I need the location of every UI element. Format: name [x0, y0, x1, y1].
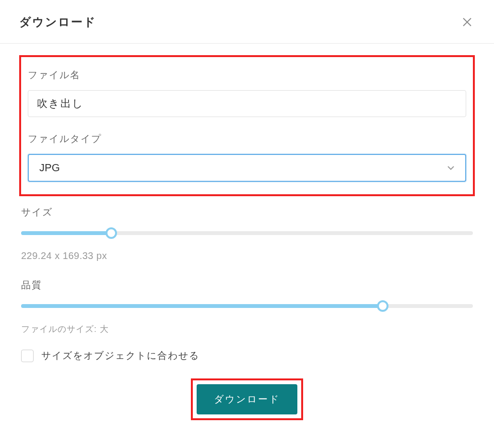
filetype-selected-value: JPG	[39, 162, 60, 174]
download-button[interactable]: ダウンロード	[197, 384, 297, 414]
size-section: サイズ 229.24 x 169.33 px	[19, 206, 475, 261]
file-size-text: ファイルのサイズ: 大	[21, 323, 473, 335]
modal-body: ファイル名 ファイルタイプ JPG サイズ 229.24 x 169.33 px	[0, 44, 494, 439]
chevron-down-icon	[447, 165, 455, 170]
filename-input[interactable]	[28, 90, 466, 117]
download-button-highlight: ダウンロード	[191, 378, 303, 420]
modal-header: ダウンロード	[0, 0, 494, 44]
close-button[interactable]	[459, 14, 475, 30]
filename-label: ファイル名	[28, 69, 466, 82]
quality-slider[interactable]	[21, 300, 473, 312]
filetype-label: ファイルタイプ	[28, 132, 466, 145]
quality-label: 品質	[21, 279, 473, 292]
filetype-select[interactable]: JPG	[28, 154, 466, 182]
fit-to-object-label: サイズをオブジェクトに合わせる	[41, 349, 200, 362]
filetype-select-wrapper: JPG	[28, 154, 466, 182]
size-label: サイズ	[21, 206, 473, 219]
filename-group: ファイル名	[28, 69, 466, 117]
quality-slider-thumb[interactable]	[377, 300, 388, 312]
fit-to-object-checkbox[interactable]	[21, 350, 34, 362]
quality-slider-fill	[21, 304, 383, 308]
filename-filetype-highlight: ファイル名 ファイルタイプ JPG	[19, 55, 475, 196]
quality-section: 品質 ファイルのサイズ: 大	[19, 279, 475, 335]
size-dimensions-text: 229.24 x 169.33 px	[21, 250, 473, 261]
close-icon	[461, 16, 473, 28]
download-button-wrapper: ダウンロード	[19, 378, 475, 420]
modal-title: ダウンロード	[19, 14, 96, 30]
size-slider[interactable]	[21, 227, 473, 239]
size-slider-fill	[21, 231, 111, 235]
size-slider-thumb[interactable]	[106, 227, 117, 239]
fit-checkbox-row: サイズをオブジェクトに合わせる	[19, 349, 475, 362]
filetype-group: ファイルタイプ JPG	[28, 132, 466, 182]
